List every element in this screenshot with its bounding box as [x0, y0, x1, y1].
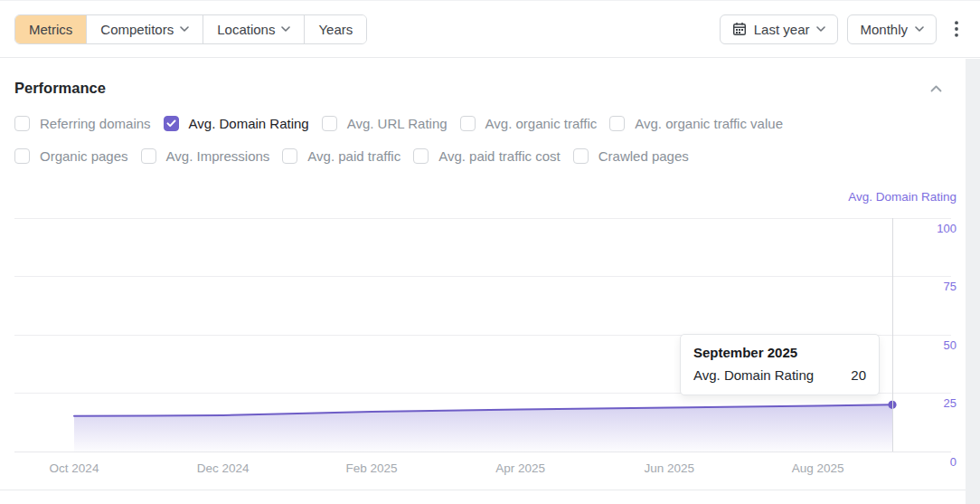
checkbox-icon[interactable]: [14, 116, 30, 131]
metrics-row-2: Organic pagesAvg. ImpressionsAvg. paid t…: [14, 148, 966, 164]
performance-section: Performance Referring domainsAvg. Domain…: [0, 59, 980, 164]
metric-referring-domains[interactable]: Referring domains: [14, 116, 151, 131]
metric-crawled-pages[interactable]: Crawled pages: [573, 148, 689, 164]
metric-avg-url-rating[interactable]: Avg. URL Rating: [322, 116, 448, 131]
checkbox-icon[interactable]: [14, 148, 30, 164]
collapse-chevron-up-icon[interactable]: [930, 85, 942, 92]
checkbox-checked-icon[interactable]: [164, 116, 179, 131]
x-tick-label: Feb 2025: [346, 461, 398, 475]
y-tick-label: 25: [944, 396, 956, 410]
more-options-button[interactable]: [947, 17, 966, 41]
x-tick-label: Aug 2025: [792, 461, 844, 475]
bottom-divider: [0, 490, 966, 490]
metric-label: Avg. paid traffic cost: [438, 148, 561, 164]
granularity-button[interactable]: Monthly: [847, 14, 937, 44]
section-header: Performance: [14, 80, 966, 97]
y-tick-label: 75: [944, 280, 956, 293]
tooltip-value: 20: [851, 367, 866, 383]
y-tick-label: 50: [944, 338, 956, 352]
y-tick-label: 100: [937, 222, 956, 235]
metric-label: Avg. organic traffic: [485, 116, 598, 131]
metric-label: Avg. organic traffic value: [635, 116, 783, 131]
checkbox-icon[interactable]: [573, 148, 589, 164]
metric-avg-paid-traffic[interactable]: Avg. paid traffic: [282, 148, 400, 164]
tab-label: Years: [318, 22, 353, 37]
tooltip-row: Avg. Domain Rating 20: [693, 367, 866, 383]
metric-label: Crawled pages: [598, 148, 689, 164]
tab-label: Competitors: [100, 22, 174, 37]
metric-label: Referring domains: [40, 116, 151, 131]
performance-panel: MetricsCompetitorsLocationsYears Last ye…: [0, 0, 980, 504]
tab-competitors[interactable]: Competitors: [86, 15, 203, 43]
metrics-row-1: Referring domainsAvg. Domain RatingAvg. …: [14, 116, 966, 131]
hover-crosshair-line: [892, 218, 893, 452]
x-tick-label: Jun 2025: [644, 461, 694, 475]
tab-years[interactable]: Years: [304, 15, 366, 43]
checkbox-icon[interactable]: [609, 116, 625, 131]
tab-label: Locations: [217, 22, 275, 37]
checkbox-icon[interactable]: [413, 148, 429, 164]
metric-label: Avg. Impressions: [166, 148, 270, 164]
tab-metrics[interactable]: Metrics: [15, 15, 86, 43]
metric-avg-impressions[interactable]: Avg. Impressions: [141, 148, 270, 164]
metric-avg-organic-traffic[interactable]: Avg. organic traffic: [460, 116, 598, 131]
x-tick-label: Apr 2025: [495, 461, 545, 475]
metric-avg-domain-rating[interactable]: Avg. Domain Rating: [164, 116, 309, 131]
performance-chart: Avg. Domain Rating September 2025 Avg. D…: [0, 186, 980, 504]
x-tick-label: Oct 2024: [50, 461, 99, 475]
tooltip-title: September 2025: [693, 345, 866, 360]
chevron-down-icon: [816, 26, 825, 32]
metric-label: Avg. Domain Rating: [189, 116, 309, 131]
view-tabs: MetricsCompetitorsLocationsYears: [14, 14, 367, 44]
metric-label: Avg. paid traffic: [307, 148, 400, 164]
toolbar: MetricsCompetitorsLocationsYears Last ye…: [0, 1, 980, 58]
tooltip-series-label: Avg. Domain Rating: [693, 367, 814, 383]
tab-label: Metrics: [29, 22, 72, 37]
chart-tooltip: September 2025 Avg. Domain Rating 20: [680, 334, 880, 395]
tab-locations[interactable]: Locations: [203, 15, 304, 43]
y-tick-label: 0: [950, 455, 956, 469]
chevron-down-icon: [180, 26, 189, 32]
date-range-button[interactable]: Last year: [720, 14, 839, 44]
metric-label: Organic pages: [40, 148, 128, 164]
granularity-label: Monthly: [860, 22, 908, 37]
metric-avg-organic-traffic-value[interactable]: Avg. organic traffic value: [609, 116, 783, 131]
calendar-icon: [732, 22, 747, 36]
toolbar-right: Last year Monthly: [720, 14, 966, 44]
date-range-label: Last year: [754, 22, 810, 37]
checkbox-icon[interactable]: [282, 148, 297, 164]
chevron-down-icon: [915, 26, 924, 32]
metric-organic-pages[interactable]: Organic pages: [14, 148, 128, 164]
chevron-down-icon: [281, 26, 290, 32]
section-title: Performance: [14, 80, 106, 97]
metric-label: Avg. URL Rating: [347, 116, 448, 131]
scrollbar-track[interactable]: [966, 59, 980, 504]
metric-avg-paid-traffic-cost[interactable]: Avg. paid traffic cost: [413, 148, 561, 164]
kebab-icon: [955, 21, 958, 37]
checkbox-icon[interactable]: [460, 116, 476, 131]
checkbox-icon[interactable]: [141, 148, 156, 164]
checkbox-icon[interactable]: [322, 116, 337, 131]
x-tick-label: Dec 2024: [197, 461, 250, 475]
